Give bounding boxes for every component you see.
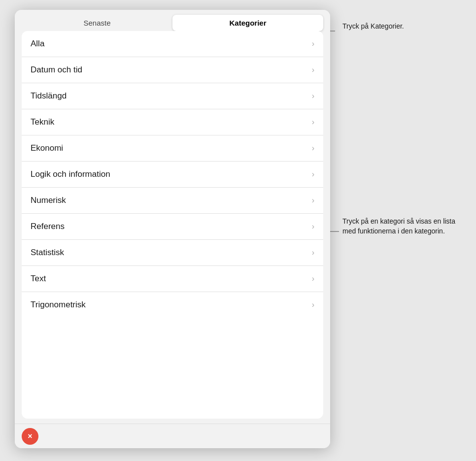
category-item-tidslaengd[interactable]: Tidslängd › bbox=[22, 83, 323, 109]
main-panel: Senaste Kategorier Alla › Datum och tid … bbox=[15, 10, 330, 448]
bottom-bar: × bbox=[15, 424, 330, 448]
annotation-kategori-info: Tryck på en kategori så visas en lista m… bbox=[342, 217, 456, 236]
tab-senaste[interactable]: Senaste bbox=[22, 15, 172, 31]
close-button[interactable]: × bbox=[22, 428, 38, 445]
category-item-trigonometrisk[interactable]: Trigonometrisk › bbox=[22, 292, 323, 318]
chevron-right-icon: › bbox=[312, 196, 314, 205]
category-item-numerisk[interactable]: Numerisk › bbox=[22, 188, 323, 214]
chevron-right-icon: › bbox=[312, 39, 314, 48]
category-item-datum-och-tid[interactable]: Datum och tid › bbox=[22, 57, 323, 83]
category-label: Trigonometrisk bbox=[31, 300, 86, 310]
category-item-statistisk[interactable]: Statistisk › bbox=[22, 240, 323, 266]
category-item-referens[interactable]: Referens › bbox=[22, 214, 323, 240]
category-label: Text bbox=[31, 274, 46, 284]
category-label: Logik och information bbox=[31, 169, 110, 179]
tab-kategorier[interactable]: Kategorier bbox=[172, 15, 323, 31]
annotation-kategorier: Tryck på Kategorier. bbox=[342, 22, 404, 32]
category-label: Numerisk bbox=[31, 196, 66, 205]
category-item-logik-och-information[interactable]: Logik och information › bbox=[22, 162, 323, 188]
category-item-teknik[interactable]: Teknik › bbox=[22, 109, 323, 135]
category-label: Referens bbox=[31, 222, 65, 231]
category-label: Statistisk bbox=[31, 248, 64, 258]
chevron-right-icon: › bbox=[312, 248, 314, 257]
tab-bar: Senaste Kategorier bbox=[15, 10, 330, 31]
category-item-text[interactable]: Text › bbox=[22, 266, 323, 292]
category-item-ekonomi[interactable]: Ekonomi › bbox=[22, 135, 323, 162]
category-list: Alla › Datum och tid › Tidslängd › Tekni… bbox=[22, 31, 323, 419]
chevron-right-icon: › bbox=[312, 170, 314, 179]
category-label: Teknik bbox=[31, 117, 54, 127]
category-label: Ekonomi bbox=[31, 143, 63, 153]
chevron-right-icon: › bbox=[312, 144, 314, 153]
chevron-right-icon: › bbox=[312, 222, 314, 231]
category-label: Alla bbox=[31, 39, 44, 49]
chevron-right-icon: › bbox=[312, 300, 314, 309]
chevron-right-icon: › bbox=[312, 92, 314, 100]
chevron-right-icon: › bbox=[312, 118, 314, 127]
chevron-right-icon: › bbox=[312, 274, 314, 283]
chevron-right-icon: › bbox=[312, 66, 314, 74]
category-label: Datum och tid bbox=[31, 65, 82, 75]
category-label: Tidslängd bbox=[31, 91, 67, 101]
category-item-alla[interactable]: Alla › bbox=[22, 31, 323, 57]
